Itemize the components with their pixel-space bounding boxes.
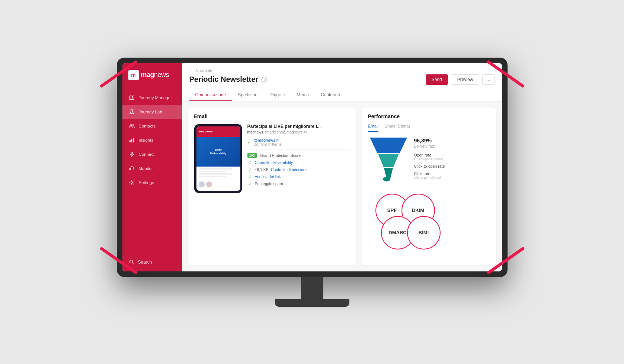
stat-click-rate-label: Click rate: [414, 171, 490, 176]
flask-icon: [128, 109, 135, 115]
perf-tab-email[interactable]: Email: [368, 124, 379, 132]
check-icon-1: ✓: [247, 160, 253, 165]
more-button[interactable]: ...: [482, 74, 494, 85]
check-deliverability: ✓ Controllo deliverability: [247, 160, 350, 165]
svg-rect-4: [129, 140, 131, 142]
funnel-stats: 96,39% Delivery rate Open rate Opens-per…: [414, 138, 490, 183]
domain-name[interactable]: @magnews.it: [254, 138, 282, 142]
logo-text: magnews: [141, 71, 169, 79]
phone-frame: magnews EmailDeliverability: [194, 124, 242, 193]
page-title-row: Periodic Newsletter i Send Preview ...: [189, 74, 495, 85]
page-title: Periodic Newsletter i: [189, 75, 268, 84]
svg-marker-11: [370, 138, 407, 153]
performance-panel: Performance Email Email (Stima): [362, 107, 496, 265]
main-tabs: Comunicazione Spedizioni Oggetti Media C: [189, 89, 495, 101]
sidebar-item-label-connect: Connect: [139, 152, 155, 157]
phone-avatars: [196, 180, 240, 189]
monitor-neck: [301, 277, 323, 299]
sidebar-item-label-insights: Insights: [139, 138, 154, 142]
sidebar-item-insights[interactable]: Insights: [122, 133, 182, 147]
check-link: ✓ Verifica dei link: [247, 174, 350, 179]
gear-icon: [128, 179, 135, 186]
stat-click-rate: Click rate Clicks-per-Clicked: [414, 171, 490, 180]
sidebar-item-settings[interactable]: Settings: [122, 175, 182, 190]
score-badge: 100: [247, 153, 257, 158]
logo-icon: m: [128, 70, 139, 80]
tab-spedizioni[interactable]: Spedizioni: [232, 89, 264, 101]
email-panel: Email magnews: [188, 107, 356, 265]
email-content: magnews EmailDeliverability: [194, 124, 350, 193]
svg-rect-8: [133, 168, 134, 170]
send-button[interactable]: Send: [426, 74, 448, 85]
sidebar-item-journey-lab[interactable]: Journey Lab: [122, 105, 182, 119]
domain-circles: SPF DKIM DMARC BIMI: [368, 192, 490, 251]
header-actions: Send Preview ...: [426, 74, 495, 85]
monitor-wrapper: m magnews Jo: [108, 58, 517, 307]
funnel-chart: [368, 138, 409, 186]
breadcrumb: ← Newsletter: [189, 68, 495, 73]
domain-label: Dominio mittente: [254, 142, 282, 146]
phone-text-3: [199, 173, 232, 175]
sidebar-item-journey-manager[interactable]: Journey Manager: [122, 91, 182, 105]
monitor-base: [275, 299, 349, 307]
phone-text-2: [199, 171, 226, 172]
email-panel-title: Email: [194, 113, 350, 119]
lightning-icon: [128, 151, 135, 158]
svg-marker-13: [384, 168, 393, 178]
svg-point-9: [131, 181, 132, 183]
stat-click-to-open-label: Click-to-open rate: [414, 164, 490, 168]
check-label-spam: Punteggio spam: [255, 181, 283, 186]
breadcrumb-arrow: ←: [189, 68, 193, 73]
svg-point-1: [132, 112, 132, 113]
svg-marker-12: [378, 154, 399, 167]
users-icon: [128, 123, 135, 129]
domain-check: ✓ @magnews.it Dominio mittente: [247, 138, 350, 150]
circle-bimi: BIMI: [407, 216, 441, 249]
tab-comunicazione[interactable]: Comunicazione: [189, 89, 232, 101]
phone-avatar-2: [206, 181, 212, 187]
sidebar-item-connect[interactable]: Connect: [122, 147, 182, 161]
tab-media[interactable]: Media: [291, 89, 315, 101]
perf-tab-email-stima[interactable]: Email (Stima): [384, 124, 410, 132]
email-subject: Partecipa al LIVE per migliorare l...: [247, 124, 350, 129]
headset-icon: [128, 165, 135, 172]
check-link-size[interactable]: Controllo dimensione: [271, 167, 308, 172]
tab-oggetti[interactable]: Oggetti: [265, 89, 291, 101]
phone-body: EmailDeliverability: [196, 137, 240, 167]
phone-header-bar: magnews: [196, 126, 240, 137]
sidebar-item-contacts[interactable]: Contacts: [122, 119, 182, 133]
svg-rect-6: [133, 138, 134, 142]
stat-open-rate-label: Open rate: [414, 153, 490, 157]
tab-contenuti[interactable]: Contenuti: [315, 89, 346, 101]
svg-rect-5: [131, 139, 132, 142]
delivery-rate-label: Delivery rate: [414, 144, 490, 148]
svg-point-2: [130, 124, 132, 126]
svg-point-3: [132, 124, 134, 126]
sidebar-item-label-contacts: Contacts: [139, 124, 156, 128]
phone-footer: [196, 167, 240, 180]
sidebar-item-monitor[interactable]: Monitor: [122, 161, 182, 175]
stat-click-rate-sublabel: Clicks-per-Clicked: [414, 176, 490, 180]
funnel-container: 96,39% Delivery rate Open rate Opens-per…: [368, 138, 490, 186]
sidebar: m magnews Jo: [122, 63, 182, 271]
check-link-verifica[interactable]: Verifica dei link: [255, 174, 281, 179]
search-label: Search: [138, 260, 152, 265]
content-area: Email magnews: [182, 102, 502, 271]
check-link-deliverability[interactable]: Controllo deliverability: [255, 160, 293, 165]
monitor-screen: m magnews Jo: [122, 63, 502, 271]
chart-icon: [128, 137, 135, 144]
check-icon-3: ✓: [247, 174, 253, 179]
phone-body-text: EmailDeliverability: [210, 148, 227, 155]
stat-click-to-open: Click-to-open rate: [414, 164, 490, 168]
domain-info: @magnews.it Dominio mittente: [254, 138, 282, 146]
phone-logo: magnews: [199, 130, 213, 133]
check-icon-4: ✓: [247, 181, 253, 186]
phone-text-4: [199, 176, 226, 177]
map-icon: [128, 94, 135, 101]
check-size: ✓ 46,1 KB Controllo dimensione: [247, 167, 350, 172]
preview-button[interactable]: Preview: [451, 74, 480, 85]
score-label: Brand Protection Score: [260, 153, 301, 158]
sidebar-item-label-monitor: Monitor: [139, 166, 153, 171]
breadcrumb-link[interactable]: Newsletter: [196, 68, 215, 73]
sidebar-navigation: Journey Manager Journey Lab: [122, 87, 182, 253]
